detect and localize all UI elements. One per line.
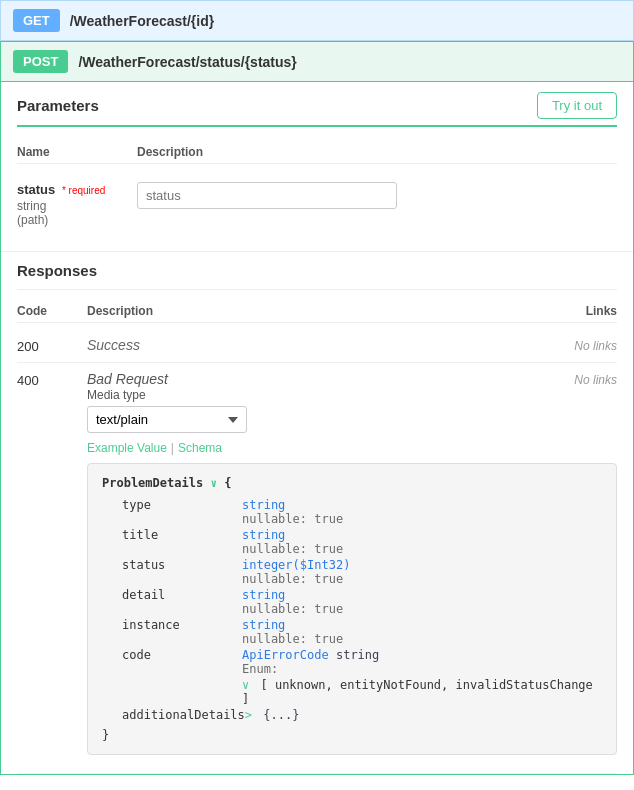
- schema-key-additional: additionalDetails: [122, 708, 245, 722]
- tab-separator: |: [171, 441, 174, 455]
- schema-type-blue-status: integer($Int32): [242, 558, 350, 572]
- schema-field-detail: detail string nullable: true: [122, 588, 602, 616]
- get-method-badge: GET: [13, 9, 60, 32]
- schema-value-title: string nullable: true: [242, 528, 343, 556]
- schema-nullable-title: nullable: true: [242, 542, 343, 556]
- get-endpoint-path: /WeatherForecast/{id}: [70, 13, 214, 29]
- resp-400-details: Media type text/plain application/json t…: [87, 388, 617, 765]
- schema-type-blue-code: ApiErrorCode: [242, 648, 329, 662]
- post-endpoint-header[interactable]: POST /WeatherForecast/status/{status}: [1, 42, 633, 81]
- status-input[interactable]: [137, 182, 397, 209]
- resp-col-code-header: Code: [17, 304, 87, 318]
- schema-type-blue-type: string: [242, 498, 285, 512]
- param-name-col: status * required string (path): [17, 182, 137, 227]
- resp-200-description-text: Success: [87, 337, 537, 353]
- schema-value-status: integer($Int32) nullable: true: [242, 558, 350, 586]
- schema-collapse-icon[interactable]: ∨: [210, 477, 217, 490]
- schema-open-brace: {: [224, 476, 231, 490]
- schema-key-status: status: [122, 558, 242, 586]
- enum-collapse-icon[interactable]: ∨: [242, 678, 249, 692]
- schema-field-title: title string nullable: true: [122, 528, 602, 556]
- schema-value-instance: string nullable: true: [242, 618, 343, 646]
- schema-nullable-type: nullable: true: [242, 512, 343, 526]
- schema-type-blue-detail: string: [242, 588, 285, 602]
- schema-value-type: string nullable: true: [242, 498, 343, 526]
- params-col-desc: Description: [137, 145, 617, 159]
- schema-title: ProblemDetails ∨ {: [102, 476, 602, 490]
- media-type-select[interactable]: text/plain application/json text/json: [87, 406, 247, 433]
- schema-key-instance: instance: [122, 618, 242, 646]
- parameters-section: Parameters Try it out Name Description s…: [1, 82, 633, 251]
- schema-enum-row: ∨ [ unknown, entityNotFound, invalidStat…: [242, 678, 602, 706]
- schema-field-type: type string nullable: true: [122, 498, 602, 526]
- responses-title: Responses: [17, 262, 617, 290]
- media-type-label: Media type: [87, 388, 617, 402]
- schema-nullable-detail: nullable: true: [242, 602, 343, 616]
- param-location: (path): [17, 213, 137, 227]
- response-row-200: 200 Success No links: [17, 329, 617, 363]
- schema-key-title: title: [122, 528, 242, 556]
- schema-type-blue-title: string: [242, 528, 285, 542]
- resp-400-code: 400: [17, 371, 87, 388]
- schema-enum-values: [ unknown, entityNotFound, invalidStatus…: [242, 678, 593, 706]
- schema-field-code: code ApiErrorCode string Enum:: [122, 648, 602, 676]
- schema-close-brace: }: [102, 728, 109, 742]
- resp-200-desc: Success: [87, 337, 537, 353]
- param-row-status: status * required string (path): [17, 174, 617, 235]
- schema-tab[interactable]: Schema: [178, 441, 222, 455]
- resp-400-desc-col: Bad Request: [87, 371, 537, 388]
- schema-field-instance: instance string nullable: true: [122, 618, 602, 646]
- get-endpoint[interactable]: GET /WeatherForecast/{id}: [0, 0, 634, 41]
- param-desc-col: [137, 182, 617, 209]
- param-name-label: status: [17, 182, 55, 197]
- resp-200-links: No links: [537, 337, 617, 353]
- schema-field-status: status integer($Int32) nullable: true: [122, 558, 602, 586]
- schema-key-type: type: [122, 498, 242, 526]
- resp-400-links: No links: [537, 371, 617, 388]
- schema-close-brace-row: }: [102, 728, 602, 742]
- param-type: string: [17, 199, 137, 213]
- schema-nullable-instance: nullable: true: [242, 632, 343, 646]
- parameters-header: Parameters Try it out: [17, 92, 617, 127]
- schema-nullable-status: nullable: true: [242, 572, 343, 586]
- response-row-400: 400 Bad Request No links Media type text…: [17, 363, 617, 774]
- resp-col-links-header: Links: [537, 304, 617, 318]
- schema-field-additional: additionalDetails > {...}: [122, 708, 602, 722]
- params-col-name: Name: [17, 145, 137, 159]
- post-endpoint-path: /WeatherForecast/status/{status}: [78, 54, 296, 70]
- additional-expand-icon[interactable]: >: [245, 708, 252, 722]
- responses-section: Responses Code Description Links 200 Suc…: [1, 251, 633, 774]
- additional-value-text: {...}: [263, 708, 299, 722]
- schema-type-blue-instance: string: [242, 618, 285, 632]
- schema-key-code: code: [122, 648, 242, 676]
- resp-200-code: 200: [17, 337, 87, 354]
- post-method-badge: POST: [13, 50, 68, 73]
- parameters-title: Parameters: [17, 97, 99, 114]
- params-table-header: Name Description: [17, 141, 617, 164]
- response-table-header: Code Description Links: [17, 300, 617, 323]
- schema-title-text: ProblemDetails: [102, 476, 203, 490]
- example-value-tab[interactable]: Example Value: [87, 441, 167, 455]
- schema-key-detail: detail: [122, 588, 242, 616]
- schema-code-string: string: [336, 648, 379, 662]
- try-it-out-button[interactable]: Try it out: [537, 92, 617, 119]
- schema-enum-label: Enum:: [242, 662, 278, 676]
- resp-400-description-text: Bad Request: [87, 371, 537, 387]
- param-required-label: * required: [62, 185, 105, 196]
- example-schema-tabs: Example Value | Schema: [87, 441, 617, 455]
- post-body: Parameters Try it out Name Description s…: [1, 81, 633, 774]
- post-endpoint: POST /WeatherForecast/status/{status} Pa…: [0, 41, 634, 775]
- resp-col-desc-header: Description: [87, 304, 537, 318]
- schema-value-code: ApiErrorCode string Enum:: [242, 648, 379, 676]
- schema-value-detail: string nullable: true: [242, 588, 343, 616]
- schema-value-additional: > {...}: [245, 708, 300, 722]
- schema-box: ProblemDetails ∨ { type string nullable:…: [87, 463, 617, 755]
